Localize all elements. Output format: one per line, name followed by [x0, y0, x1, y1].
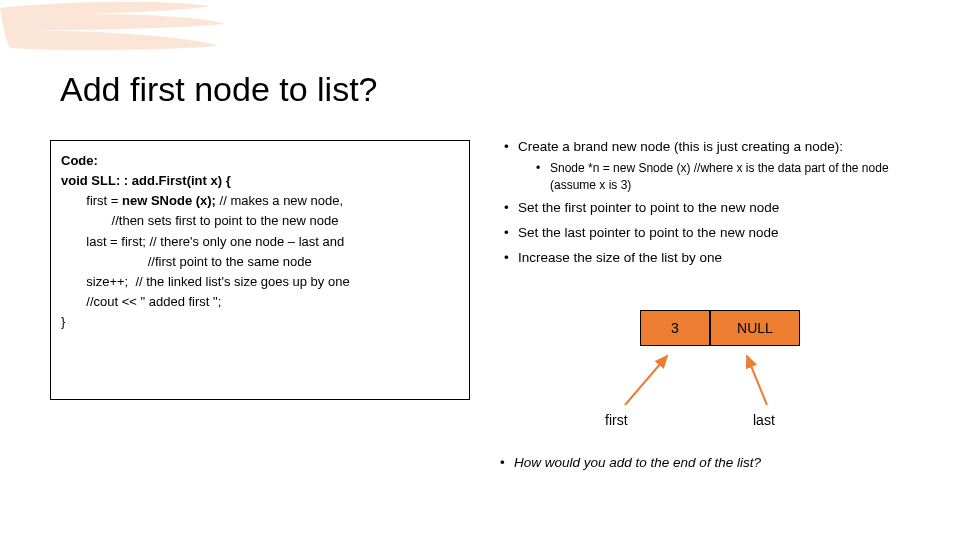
pointer-label-first: first: [605, 412, 628, 428]
code-line: size++; // the linked list's size goes u…: [61, 272, 459, 292]
explanation-list: Create a brand new node (this is just cr…: [500, 138, 930, 274]
bullet-create-node: Create a brand new node (this is just cr…: [500, 138, 930, 193]
bullet-increase-size: Increase the size of the list by one: [500, 249, 930, 268]
footer-question: •How would you add to the end of the lis…: [500, 455, 930, 470]
node-data-cell: 3: [640, 310, 710, 346]
svg-line-1: [747, 356, 767, 405]
node-next-cell: NULL: [710, 310, 800, 346]
bullet-set-first: Set the first pointer to point to the ne…: [500, 199, 930, 218]
code-line: //then sets first to point to the new no…: [61, 211, 459, 231]
code-label: Code:: [61, 151, 459, 171]
code-line: //cout << " added first ";: [61, 292, 459, 312]
arrow-last-icon: [735, 350, 795, 410]
code-line: }: [61, 312, 459, 332]
bullet-create-node-sub: Snode *n = new Snode (x) //where x is th…: [534, 160, 930, 194]
code-line: //first point to the same node: [61, 252, 459, 272]
svg-line-0: [625, 356, 667, 405]
brush-stroke-icon: [0, 0, 230, 60]
code-box: Code: void SLL: : add.First(int x) { fir…: [50, 140, 470, 400]
bullet-set-last: Set the last pointer to point to the new…: [500, 224, 930, 243]
pointer-label-last: last: [753, 412, 775, 428]
code-line: first = new SNode (x); // makes a new no…: [61, 191, 459, 211]
slide-title: Add first node to list?: [60, 70, 378, 109]
code-line: last = first; // there's only one node –…: [61, 232, 459, 252]
arrow-first-icon: [615, 350, 685, 410]
code-line: void SLL: : add.First(int x) {: [61, 171, 459, 191]
